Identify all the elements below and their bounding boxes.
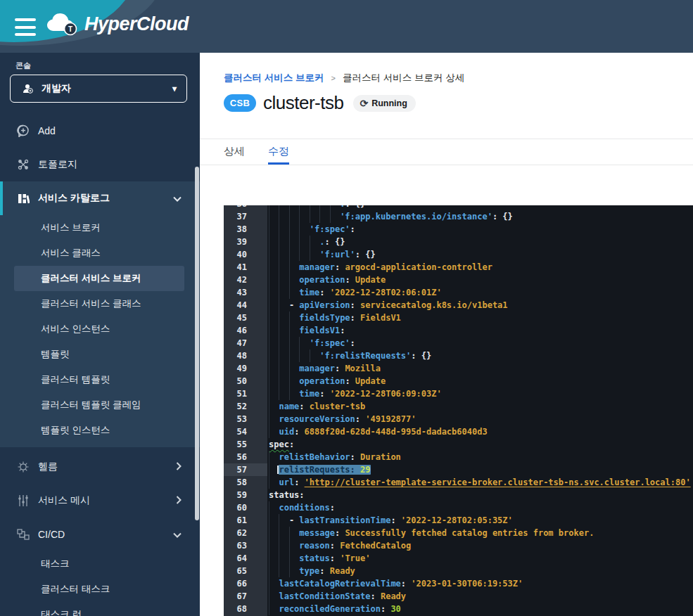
code-line[interactable]: - apiVersion: servicecatalog.k8s.io/v1be… [269,299,693,312]
code-line[interactable]: 'f:spec': [269,337,693,349]
gutter-line-number: 63 [224,539,267,552]
code-line[interactable]: .: {} [269,205,693,210]
gutter-line-number: 58 [224,476,267,489]
sidebar-item-label: CI/CD [38,529,65,540]
gutter-line-number: 60 [224,501,267,514]
code-line[interactable]: name: cluster-tsb [269,400,693,413]
code-line[interactable]: url: 'http://cluster-template-service-br… [269,476,693,489]
sidebar-item-topology[interactable]: 토폴로지 [0,148,200,181]
gutter-line-number: 55 [224,438,267,451]
yaml-editor[interactable]: 3637383940414243444546474849505152535455… [224,205,693,616]
gutter-line-number: 57 [224,463,267,476]
brand-name: HyperCloud [84,13,189,35]
title-row: CSB cluster-tsb ⟳ Running [224,92,416,114]
sidebar-subitem[interactable]: 클러스터 템플릿 클레임 [0,392,200,418]
status-badge: ⟳ Running [353,95,415,112]
page: T HyperCloud 콘솔 개발자 ▾ Add [0,0,693,616]
sidebar-subitem[interactable]: 클러스터 서비스 브로커 [14,266,184,291]
tab-details[interactable]: 상세 [224,139,245,165]
gutter-line-number: 51 [224,387,267,400]
gutter-line-number: 47 [224,337,267,349]
code-line[interactable]: 'f:relistRequests': {} [269,349,693,362]
gutter-line-number: 50 [224,375,267,387]
main-content: 클러스터 서비스 브로커 > 클러스터 서비스 브로커 상세 CSB clust… [200,53,693,616]
selected-text: relistRequests: 29 [279,465,370,475]
sidebar-subitem[interactable]: 서비스 클래스 [0,240,200,266]
sidebar-subitem[interactable]: 태스크 [0,551,200,577]
code-line[interactable]: type: Ready [269,565,693,577]
code-line[interactable]: .: {} [269,236,693,248]
code-line[interactable]: relistRequests: 29 [269,463,693,476]
sidebar-item-add[interactable]: Add [0,114,200,148]
code-line[interactable]: message: Successfully fetched catalog en… [269,527,693,539]
code-line[interactable]: - lastTransitionTime: '2022-12-28T02:05:… [269,514,693,527]
chevron-right-icon [176,495,182,506]
sidebar-item-cicd[interactable]: CI/CD [0,518,200,551]
brand-logo: T HyperCloud [44,10,189,38]
sidebar-item-label: 서비스 메시 [38,494,90,507]
code-line[interactable]: status: 'True' [269,552,693,565]
code-line[interactable]: conditions: [269,501,693,514]
nav-group-service-catalog: 서비스 카탈로그 서비스 브로커서비스 클래스클러스터 서비스 브로커클러스터 … [0,181,200,447]
sidebar-subitem[interactable]: 템플릿 인스턴스 [0,418,200,443]
gutter-line-number: 61 [224,514,267,527]
sidebar-subitem[interactable]: 클러스터 템플릿 [0,367,200,392]
code-line[interactable]: manager: Mozilla [269,362,693,375]
code-line[interactable]: lastCatalogRetrievalTime: '2023-01-30T06… [269,577,693,590]
editor-gutter: 3637383940414243444546474849505152535455… [224,205,267,615]
code-line[interactable]: spec: [269,438,693,451]
sidebar-subitem[interactable]: 서비스 브로커 [0,215,200,240]
code-line[interactable]: relistBehavior: Duration [269,451,693,463]
caret-down-icon: ▾ [172,84,177,94]
sidebar-subitem[interactable]: 클러스터 태스크 [0,577,200,602]
page-title: cluster-tsb [263,92,343,114]
gutter-line-number: 39 [224,236,267,248]
code-line[interactable]: 'f:spec': [269,223,693,236]
menu-toggle-button[interactable] [15,18,36,36]
perspective-value: 개발자 [42,82,71,95]
sidebar-item-service-mesh[interactable]: 서비스 메시 [0,484,200,518]
gutter-line-number: 62 [224,527,267,539]
perspective-dropdown[interactable]: 개발자 ▾ [10,75,187,103]
sidebar-item-service-catalog[interactable]: 서비스 카탈로그 [0,181,200,215]
code-line[interactable]: reason: FetchedCatalog [269,539,693,552]
code-line[interactable]: time: '2022-12-28T06:09:03Z' [269,387,693,400]
tab-bar: 상세 수정 [224,139,312,165]
code-line[interactable]: manager: argocd-application-controller [269,261,693,274]
app-header: T HyperCloud [0,0,693,53]
code-line[interactable]: 'f:url': {} [269,248,693,261]
add-icon [17,124,30,137]
sidebar-scrollbar[interactable] [195,167,199,520]
breadcrumb-link[interactable]: 클러스터 서비스 브로커 [224,72,324,84]
code-line[interactable]: status: [269,489,693,501]
gutter-line-number: 43 [224,286,267,299]
code-line[interactable]: operation: Update [269,375,693,387]
code-line[interactable]: reconciledGeneration: 30 [269,603,693,615]
gutter-line-number: 67 [224,590,267,603]
sidebar-subitem[interactable]: 서비스 인스턴스 [0,316,200,342]
sidebar: 콘솔 개발자 ▾ Add 토폴로지 [0,53,200,616]
code-line[interactable]: resourceVersion: '49192877' [269,413,693,425]
editor-code[interactable]: .: {}'f:app.kubernetes.io/instance': {}'… [267,205,693,615]
sync-icon: ⟳ [360,98,368,108]
sidebar-subitem[interactable]: 템플릿 [0,342,200,367]
sidebar-subitem[interactable]: 태스크 런 [0,602,200,616]
divider [200,165,693,165]
resource-kind-badge: CSB [224,94,256,112]
code-line[interactable]: 'f:app.kubernetes.io/instance': {} [269,210,693,223]
code-line[interactable]: fieldsV1: [269,324,693,337]
gutter-line-number: 59 [224,489,267,501]
code-line[interactable]: lastConditionState: Ready [269,590,693,603]
code-line[interactable]: operation: Update [269,274,693,286]
gutter-line-number: 66 [224,577,267,590]
gutter-line-number: 37 [224,210,267,223]
code-line[interactable]: time: '2022-12-28T02:06:01Z' [269,286,693,299]
code-line[interactable]: fieldsType: FieldsV1 [269,312,693,324]
tab-edit[interactable]: 수정 [268,139,289,165]
gutter-line-number: 38 [224,223,267,236]
code-line[interactable]: uid: 6888f20d-628d-448d-995d-dadacb6040d… [269,425,693,438]
pipeline-icon [17,528,30,541]
breadcrumb: 클러스터 서비스 브로커 > 클러스터 서비스 브로커 상세 [224,72,464,84]
sidebar-subitem[interactable]: 클러스터 서비스 클래스 [0,291,200,316]
sidebar-item-helm[interactable]: 헬름 [0,450,200,484]
